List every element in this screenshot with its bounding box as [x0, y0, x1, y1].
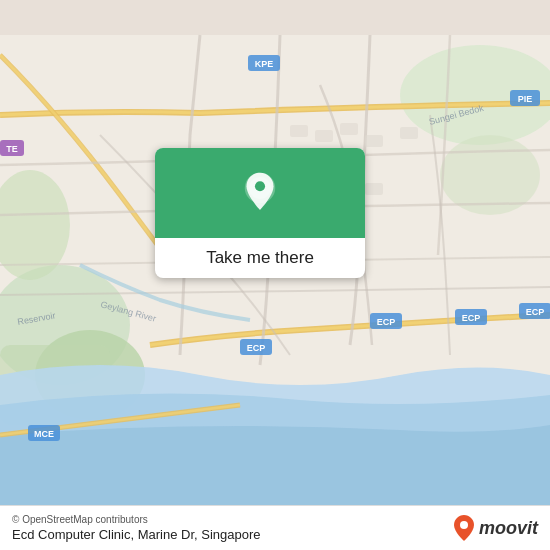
map-container: KPE PIE ECP ECP ECP ECP MCE TE Reservoir…: [0, 0, 550, 550]
svg-point-37: [255, 181, 265, 191]
svg-rect-28: [340, 123, 358, 135]
moovit-logo: moovit: [453, 514, 538, 542]
svg-text:KPE: KPE: [255, 59, 274, 69]
location-pin-icon: [238, 171, 282, 215]
svg-text:ECP: ECP: [377, 317, 396, 327]
svg-text:ECP: ECP: [247, 343, 266, 353]
svg-point-38: [460, 521, 468, 529]
svg-rect-34: [365, 183, 383, 195]
take-me-there-label[interactable]: Take me there: [155, 238, 365, 278]
moovit-text: moovit: [479, 518, 538, 539]
attribution-text: © OpenStreetMap contributors: [12, 514, 261, 525]
svg-text:ECP: ECP: [526, 307, 545, 317]
bottom-left: © OpenStreetMap contributors Ecd Compute…: [12, 514, 261, 542]
take-me-there-card[interactable]: Take me there: [155, 148, 365, 278]
svg-text:MCE: MCE: [34, 429, 54, 439]
svg-rect-29: [365, 135, 383, 147]
svg-text:PIE: PIE: [518, 94, 533, 104]
svg-text:TE: TE: [6, 144, 18, 154]
svg-text:ECP: ECP: [462, 313, 481, 323]
location-name: Ecd Computer Clinic, Marine Dr, Singapor…: [12, 527, 261, 542]
moovit-pin-icon: [453, 514, 475, 542]
svg-rect-26: [290, 125, 308, 137]
card-green-area: [155, 148, 365, 238]
svg-rect-30: [400, 127, 418, 139]
bottom-bar: © OpenStreetMap contributors Ecd Compute…: [0, 505, 550, 550]
svg-rect-27: [315, 130, 333, 142]
